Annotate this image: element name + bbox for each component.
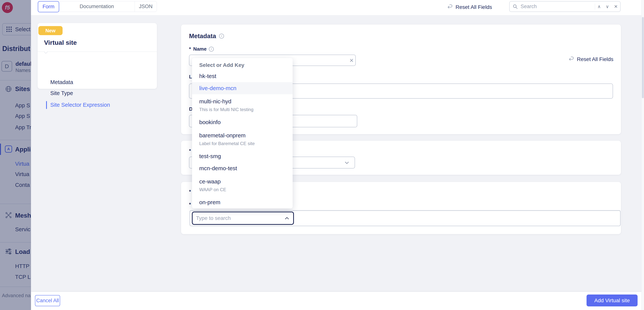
chevron-down-icon — [345, 162, 349, 164]
name-label: * Name i — [189, 46, 214, 52]
add-virtual-site-button[interactable]: Add Virtual site — [586, 295, 638, 307]
wizard-nav-metadata[interactable]: Metadata — [50, 79, 73, 85]
dropdown-option[interactable]: test-smg — [192, 150, 292, 162]
reset-all-fields-label: Reset All Fields — [456, 4, 492, 10]
option-description: Label for Baremetal CE site — [199, 141, 292, 146]
chevron-up-icon[interactable] — [285, 217, 289, 220]
header-search-box: ∧ ∨ ✕ — [509, 1, 620, 12]
form-reset-all-fields-button[interactable]: Reset All Fields — [568, 56, 614, 62]
info-icon[interactable]: i — [219, 34, 224, 38]
dropdown-option[interactable]: hk-test — [192, 70, 292, 82]
dropdown-option-highlighted[interactable]: live-demo-mcn — [192, 82, 292, 94]
search-next-icon[interactable]: ∨ — [603, 4, 612, 9]
tab-documentation[interactable]: Documentation — [59, 1, 134, 12]
metadata-heading: Metadata — [189, 32, 216, 40]
modal-backdrop — [0, 0, 31, 310]
reset-all-fields-button[interactable]: Reset All Fields — [447, 4, 492, 10]
dropdown-option[interactable]: baremetal-onprem Label for Baremetal CE … — [192, 128, 292, 150]
info-icon[interactable]: i — [209, 47, 214, 51]
dropdown-option[interactable]: mcn-demo-test — [192, 162, 292, 174]
wizard-nav-site-type[interactable]: Site Type — [50, 90, 73, 96]
search-icon — [513, 4, 518, 9]
option-label: hk-test — [199, 73, 292, 79]
option-label: bookinfo — [199, 119, 292, 125]
option-label: live-demo-mcn — [199, 85, 292, 91]
reset-icon — [568, 56, 574, 62]
clear-name-icon[interactable]: ✕ — [349, 57, 354, 64]
app-root: f5 Select Distribut D defaul Names — [0, 0, 644, 310]
collapse-chevron-icon[interactable] — [44, 50, 48, 54]
modal-footer: Cancel All Add Virtual site — [31, 292, 644, 310]
modal-header: Documentation JSON Form Reset All Fields — [31, 0, 644, 15]
wizard-divider — [38, 51, 157, 52]
form-reset-all-fields-label: Reset All Fields — [577, 56, 614, 62]
tab-form[interactable]: Form — [38, 1, 59, 12]
new-badge: New — [38, 26, 62, 35]
wizard-nav-card: New Virtual site Metadata Site Type Site… — [38, 23, 157, 89]
view-tab-group: Documentation JSON Form — [38, 1, 157, 12]
search-prev-icon[interactable]: ∧ — [595, 4, 603, 9]
active-nav-bar — [46, 101, 47, 109]
dropdown-option[interactable]: ce-waap WAAP on CE — [192, 174, 292, 196]
dropdown-option[interactable]: on-prem — [192, 196, 292, 208]
page-scrollbar[interactable] — [641, 0, 644, 310]
dropdown-option[interactable]: bookinfo — [192, 116, 292, 128]
search-close-icon[interactable]: ✕ — [612, 4, 620, 9]
wizard-title: Virtual site — [44, 39, 77, 46]
label-key-combobox[interactable] — [192, 212, 294, 225]
required-marker: * — [189, 46, 191, 52]
option-description: This is for Multi NIC testing — [199, 107, 292, 112]
combobox-search-input[interactable] — [196, 215, 285, 221]
option-label: baremetal-onprem — [199, 132, 292, 139]
option-label: mcn-demo-test — [199, 165, 292, 172]
option-label: ce-waap — [199, 178, 292, 185]
option-label: multi-nic-hyd — [199, 98, 292, 105]
dropdown-option[interactable]: multi-nic-hyd This is for Multi NIC test… — [192, 94, 292, 116]
label-key-dropdown: Select or Add Key hk-test live-demo-mcn … — [192, 58, 292, 208]
option-label: test-smg — [199, 153, 292, 159]
search-input[interactable] — [520, 3, 595, 9]
reset-icon — [447, 4, 453, 10]
required-marker: * — [189, 189, 191, 195]
cancel-all-button[interactable]: Cancel All — [35, 295, 60, 306]
required-marker: * — [189, 148, 191, 154]
required-marker: * — [189, 202, 191, 207]
name-label-text: Name — [193, 46, 206, 52]
tab-json[interactable]: JSON — [134, 1, 157, 12]
option-description: WAAP on CE — [199, 187, 292, 192]
expression-builder-field[interactable] — [190, 210, 620, 226]
virtual-site-modal: Documentation JSON Form Reset All Fields — [31, 0, 644, 310]
dropdown-header: Select or Add Key — [192, 58, 292, 70]
wizard-nav-site-selector-expression[interactable]: Site Selector Expression — [50, 102, 110, 108]
option-label: on-prem — [199, 199, 292, 206]
scrollbar-thumb[interactable] — [642, 17, 644, 98]
